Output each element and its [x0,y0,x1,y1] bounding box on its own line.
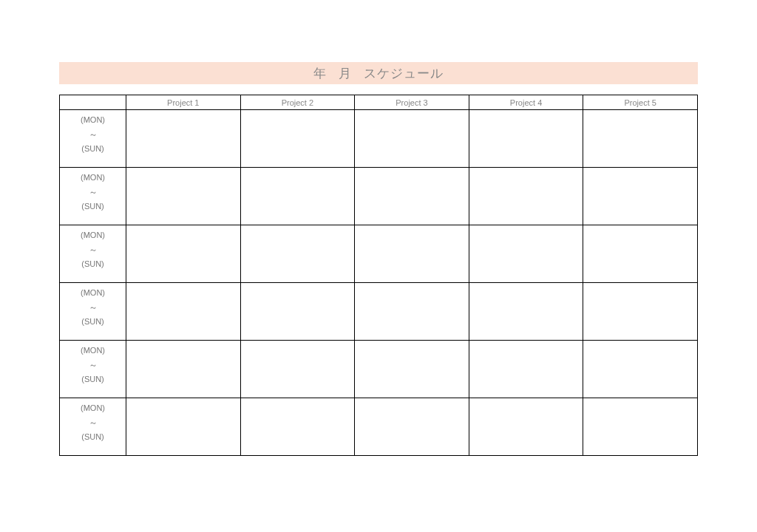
table-row: (MON)～(SUN) [60,110,698,168]
schedule-cell [469,110,583,168]
title-month-label: 月 [339,65,352,82]
schedule-cell [583,168,698,225]
schedule-cell [240,225,355,283]
schedule-cell [583,110,698,168]
schedule-cell [355,168,469,225]
week-rowhead: (MON)～(SUN) [60,283,126,341]
week-tilde: ～ [89,303,98,312]
week-sun-label: (SUN) [81,375,104,383]
table-row: (MON)～(SUN) [60,398,698,456]
header-blank [60,95,126,110]
header-row: Project 1 Project 2 Project 3 Project 4 … [60,95,698,110]
week-tilde: ～ [89,361,98,369]
schedule-cell [469,398,583,456]
week-mon-label: (MON) [81,231,105,239]
schedule-cell [126,341,241,398]
title-schedule-label: スケジュール [364,65,444,82]
week-block: (MON)～(SUN) [64,289,121,326]
week-rowhead: (MON)～(SUN) [60,168,126,225]
schedule-table: Project 1 Project 2 Project 3 Project 4 … [59,95,698,456]
week-tilde: ～ [89,245,98,254]
header-col-5: Project 5 [583,95,698,110]
week-tilde: ～ [89,188,98,197]
week-rowhead: (MON)～(SUN) [60,398,126,456]
schedule-cell [355,398,469,456]
header-col-3: Project 3 [355,95,469,110]
table-row: (MON)～(SUN) [60,225,698,283]
week-rowhead: (MON)～(SUN) [60,110,126,168]
schedule-cell [469,341,583,398]
schedule-cell [469,283,583,341]
header-col-2: Project 2 [240,95,355,110]
table-row: (MON)～(SUN) [60,283,698,341]
schedule-cell [583,398,698,456]
week-mon-label: (MON) [81,347,105,355]
schedule-cell [355,110,469,168]
header-col-1: Project 1 [126,95,241,110]
schedule-cell [355,283,469,341]
schedule-cell [469,225,583,283]
week-tilde: ～ [89,130,98,139]
schedule-cell [126,168,241,225]
schedule-cell [240,283,355,341]
schedule-cell [126,283,241,341]
week-sun-label: (SUN) [81,433,104,441]
schedule-cell [469,168,583,225]
schedule-cell [240,341,355,398]
header-col-4: Project 4 [469,95,583,110]
schedule-cell [583,283,698,341]
week-sun-label: (SUN) [81,318,104,326]
schedule-cell [126,110,241,168]
week-rowhead: (MON)～(SUN) [60,225,126,283]
schedule-cell [583,341,698,398]
schedule-cell [355,225,469,283]
schedule-cell [240,398,355,456]
schedule-cell [240,168,355,225]
week-mon-label: (MON) [81,289,105,297]
week-mon-label: (MON) [81,116,105,124]
week-block: (MON)～(SUN) [64,347,121,383]
table-row: (MON)～(SUN) [60,168,698,225]
title-year-label: 年 [313,65,327,82]
week-block: (MON)～(SUN) [64,116,121,153]
week-sun-label: (SUN) [81,202,104,211]
week-sun-label: (SUN) [81,145,104,153]
week-mon-label: (MON) [81,174,105,182]
week-block: (MON)～(SUN) [64,174,121,211]
schedule-cell [355,341,469,398]
schedule-cell [583,225,698,283]
schedule-cell [126,225,241,283]
week-mon-label: (MON) [81,404,105,412]
week-sun-label: (SUN) [81,260,104,268]
week-block: (MON)～(SUN) [64,231,121,268]
table-row: (MON)～(SUN) [60,341,698,398]
week-tilde: ～ [89,418,98,427]
schedule-cell [126,398,241,456]
week-rowhead: (MON)～(SUN) [60,341,126,398]
title-bar: 年 月 スケジュール [59,62,698,84]
schedule-cell [240,110,355,168]
week-block: (MON)～(SUN) [64,404,121,441]
